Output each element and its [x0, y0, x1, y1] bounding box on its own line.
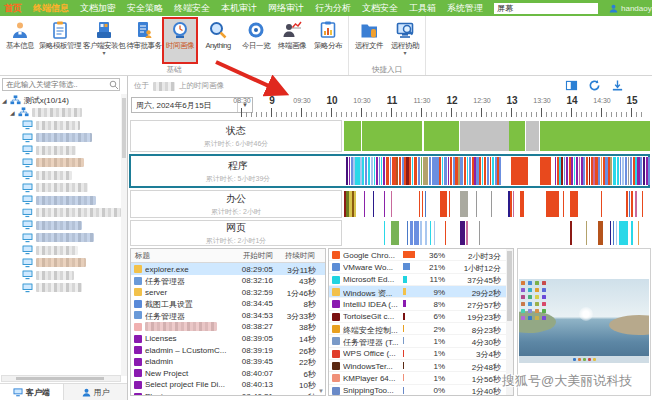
menu-tab[interactable]: 系统管理: [447, 2, 483, 15]
ribbon-button-clipboard[interactable]: 策略模板管理: [38, 17, 82, 64]
window-table-row[interactable]: explorer.exe08:29:053分11秒: [131, 263, 325, 275]
folder-icon: [359, 20, 379, 40]
scroll-down-icon[interactable]: ▼: [318, 388, 324, 394]
ribbon-button-approval[interactable]: 待审批事务: [126, 17, 162, 64]
refresh-icon[interactable]: [588, 79, 601, 92]
tree-node[interactable]: ◢: [0, 107, 121, 120]
app-table-row[interactable]: TortoiseGit c...6%19分23秒: [329, 311, 513, 323]
app-table-row[interactable]: Microsoft Ed...11%37分45秒: [329, 274, 513, 286]
menu-tab[interactable]: 终端信息: [33, 2, 69, 15]
menu-tab[interactable]: 网络审计: [268, 2, 304, 15]
app-icon: [332, 325, 340, 333]
tree-node[interactable]: [0, 282, 121, 295]
desktop-screenshot-thumbnail[interactable]: [519, 279, 649, 363]
menu-tab[interactable]: 本机审计: [221, 2, 257, 15]
window-table-row[interactable]: Licenses08:39:0514秒: [131, 333, 325, 345]
usage-duration: 27分57秒: [467, 300, 501, 311]
activity-segment: [511, 157, 528, 185]
window-table-row[interactable]: 任务管理器08:32:1643秒: [131, 275, 325, 287]
col-title[interactable]: 标题: [135, 251, 150, 261]
tree-node[interactable]: [0, 257, 121, 270]
window-table-row[interactable]: Plugins08:40:318秒: [131, 391, 325, 396]
clock-icon: [170, 20, 190, 40]
app-table-row[interactable]: WindowsTer...1%2分48秒: [329, 360, 513, 372]
window-table-row[interactable]: Select project File Di...08:40:1310秒: [131, 379, 325, 391]
menu-tab[interactable]: 行为分析: [315, 2, 351, 15]
menu-tab[interactable]: 工具箱: [409, 2, 436, 15]
tree-node[interactable]: [0, 232, 121, 245]
desktop-icon: [528, 316, 532, 320]
app-table-row[interactable]: 终端安全控制...2%8分23秒: [329, 323, 513, 335]
window-table-row[interactable]: 任务管理器08:34:533分33秒: [131, 309, 325, 321]
menu-tab-home[interactable]: 首页: [4, 2, 22, 15]
ribbon-button-folder[interactable]: 远程文件: [351, 17, 387, 64]
usage-duration: 19分23秒: [467, 312, 501, 323]
tree-node[interactable]: [0, 194, 121, 207]
app-table-row[interactable]: 任务管理器 (T...1%4分30秒: [329, 335, 513, 347]
timeline-row-办公[interactable]: 办公累计时长: 2小时: [129, 190, 650, 218]
tree-vertical-scrollbar[interactable]: [121, 94, 127, 376]
download-icon[interactable]: [611, 79, 624, 92]
window-table-row[interactable]: eladmin08:39:4522秒: [131, 356, 325, 368]
tree-node[interactable]: [0, 219, 121, 232]
app-table-row[interactable]: WPS Office (...1%3分4秒: [329, 348, 513, 360]
tree-node[interactable]: [0, 269, 121, 282]
menu-tab[interactable]: 文档安全: [362, 2, 398, 15]
tree-horizontal-scrollbar[interactable]: [1, 375, 121, 382]
user-account[interactable]: handaoyao: [609, 4, 652, 13]
menu-tab[interactable]: 文档加密: [80, 2, 116, 15]
panel-view-icon[interactable]: [565, 79, 578, 92]
expand-icon[interactable]: ◢: [10, 109, 15, 116]
col-start-time[interactable]: 开始时间: [243, 251, 273, 261]
app-table-row[interactable]: Windows 资...9%29分2秒: [329, 286, 513, 298]
ribbon-button-clock[interactable]: 时间画像: [162, 17, 198, 64]
sidebar-tab-users[interactable]: 用户: [64, 384, 127, 400]
app-table-row[interactable]: KMPlayer 64...1%1分56秒: [329, 372, 513, 384]
menu-tab[interactable]: 终端安全: [174, 2, 210, 15]
ruler-label: 10:30: [353, 97, 371, 104]
window-table-row[interactable]: 截图工具设置08:34:458秒: [131, 298, 325, 310]
tree-filter-input[interactable]: [2, 78, 120, 91]
window-table-row[interactable]: 08:38:2738秒: [131, 321, 325, 333]
window-table-row[interactable]: eladmin – LCustomC...08:39:1926秒: [131, 344, 325, 356]
tree-node[interactable]: [0, 169, 121, 182]
window-table-row[interactable]: New Project08:40:076秒: [131, 367, 325, 379]
file-icon: [134, 393, 142, 396]
window-title-table: 标题 开始时间 持续时间 ▲ explorer.exe08:29:053分11秒…: [130, 248, 326, 396]
tree-node[interactable]: [0, 157, 121, 170]
window-table-row[interactable]: server08:32:591分46秒: [131, 286, 325, 298]
start-time: 08:40:31: [242, 392, 273, 396]
expand-icon[interactable]: ◢: [2, 97, 7, 104]
window-title: New Project: [145, 369, 229, 378]
col-duration[interactable]: 持续时间: [285, 251, 315, 261]
timeline-row-状态[interactable]: 状态累计时长: 6小时46分: [129, 120, 650, 152]
tree-node[interactable]: [0, 182, 121, 195]
computer-icon: [22, 258, 33, 268]
sidebar-tab-clients[interactable]: 客户端: [0, 384, 64, 400]
ribbon-button-magnifier[interactable]: Anything: [198, 17, 238, 64]
app-table-row[interactable]: VMware Wo...21%1小时12分: [329, 261, 513, 273]
tree-root-node[interactable]: ◢测试x(10/14): [0, 94, 121, 107]
ribbon-button-eye[interactable]: 今日一览: [238, 17, 274, 64]
tree-node[interactable]: [0, 144, 121, 157]
ribbon-button-person-chart[interactable]: 终端画像: [274, 17, 310, 64]
app-icon: [332, 288, 340, 296]
global-search-input[interactable]: [494, 3, 598, 14]
activity-segment: [513, 191, 514, 217]
ribbon-button-chart-board[interactable]: 策略分布: [310, 17, 346, 64]
app-table-row[interactable]: IntelliJ IDEA (...8%27分57秒: [329, 298, 513, 310]
menu-tab[interactable]: 安全策略: [127, 2, 163, 15]
tree-node[interactable]: [0, 207, 121, 220]
usage-bar: [403, 300, 406, 307]
tree-node[interactable]: [0, 119, 121, 132]
timeline-row-程序[interactable]: 程序累计时长: 5小时39分: [129, 154, 650, 188]
ribbon-button-remote[interactable]: 远程协助▾: [387, 17, 423, 64]
ribbon-button-person[interactable]: 基本信息: [2, 17, 38, 64]
app-table-row[interactable]: Google Chro...36%2小时3分: [329, 249, 513, 261]
censored-node-name: [36, 171, 72, 180]
tree-node[interactable]: [0, 132, 121, 145]
tree-node[interactable]: [0, 244, 121, 257]
ribbon-button-package[interactable]: 客户端安装包▾: [82, 17, 126, 64]
app-table-row[interactable]: SnippingToo...0%1分40秒: [329, 385, 513, 396]
timeline-row-网页[interactable]: 网页累计时长: 2小时1分: [129, 220, 650, 246]
